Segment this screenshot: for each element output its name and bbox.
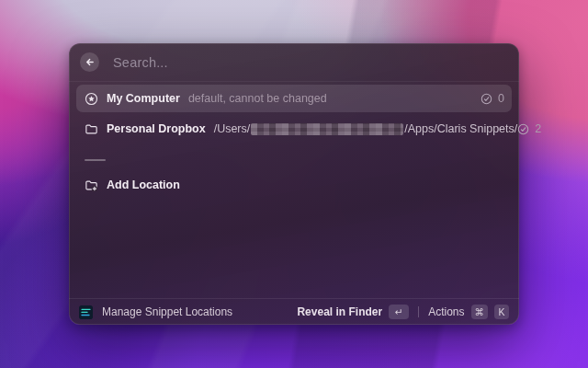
check-circle-icon <box>481 93 492 105</box>
arrow-left-icon <box>85 57 95 67</box>
cmd-keycap: ⌘ <box>471 305 489 319</box>
add-location-label: Add Location <box>107 178 180 191</box>
snippets-app-icon <box>79 305 93 319</box>
location-list: My Computer default, cannot be changed 0 <box>69 82 519 298</box>
add-location-button[interactable]: Add Location <box>76 171 512 199</box>
redacted-path-segment <box>251 123 403 135</box>
actions-button[interactable]: Actions ⌘ K <box>428 305 509 319</box>
path-suffix: /Apps/Claris Snippets/ <box>404 122 517 135</box>
launcher-window: My Computer default, cannot be changed 0 <box>69 43 519 325</box>
reveal-in-finder-label: Reveal in Finder <box>297 305 382 318</box>
check-circle-icon <box>517 123 529 135</box>
footer-title: Manage Snippet Locations <box>102 305 232 318</box>
section-divider <box>85 159 106 161</box>
enter-keycap: ↵ <box>389 305 409 319</box>
footer-separator <box>418 306 419 317</box>
desktop-wallpaper: My Computer default, cannot be changed 0 <box>0 0 588 368</box>
location-title: My Computer <box>107 92 180 105</box>
list-item-my-computer[interactable]: My Computer default, cannot be changed 0 <box>76 85 512 112</box>
folder-plus-icon <box>84 178 98 192</box>
reveal-in-finder-button[interactable]: Reveal in Finder ↵ <box>297 305 409 319</box>
path-prefix: /Users/ <box>214 122 251 135</box>
snippet-count: 2 <box>517 122 541 135</box>
location-subtitle: default, cannot be changed <box>188 92 327 105</box>
location-title: Personal Dropbox <box>107 122 206 135</box>
list-item-personal-dropbox[interactable]: Personal Dropbox /Users//Apps/Claris Sni… <box>76 115 512 143</box>
count-value: 2 <box>535 122 541 135</box>
footer-bar: Manage Snippet Locations Reveal in Finde… <box>69 298 519 325</box>
snippet-count: 0 <box>481 92 504 105</box>
location-path: /Users//Apps/Claris Snippets/ <box>214 122 518 135</box>
search-input[interactable] <box>113 55 508 70</box>
actions-label: Actions <box>428 305 464 318</box>
k-keycap: K <box>494 305 509 319</box>
count-value: 0 <box>498 92 504 105</box>
star-circle-icon <box>84 91 98 106</box>
search-bar <box>69 43 519 82</box>
folder-icon <box>84 121 98 136</box>
back-button[interactable] <box>80 52 99 72</box>
